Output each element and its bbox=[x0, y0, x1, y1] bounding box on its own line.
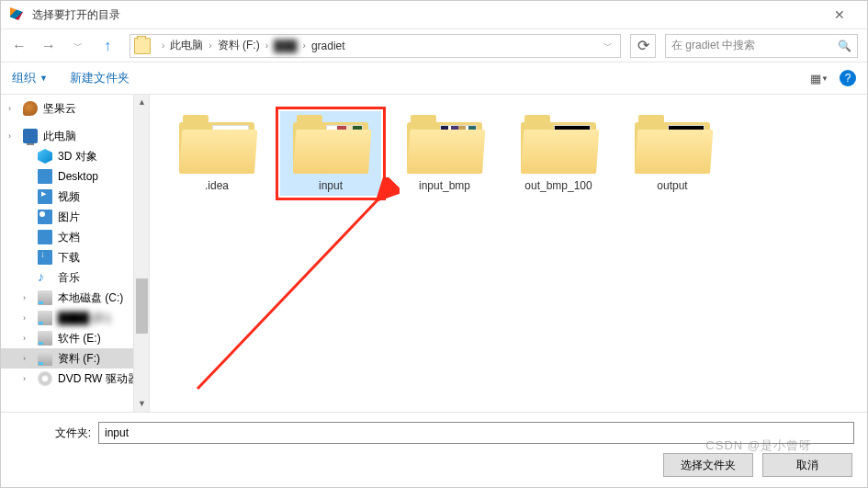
view-mode-button[interactable]: ▦ ▼ bbox=[806, 67, 832, 89]
main-area: ›坚果云›此电脑3D 对象Desktop视频图片文档下载音乐›本地磁盘 (C:)… bbox=[1, 95, 867, 412]
scroll-down-icon[interactable]: ▼ bbox=[134, 396, 150, 412]
chevron-right-icon: › bbox=[209, 40, 211, 51]
sidebar-item-12[interactable]: ›资料 (F:) bbox=[1, 348, 149, 369]
expand-icon[interactable]: › bbox=[23, 354, 32, 363]
folder-item-.idea[interactable]: .idea bbox=[166, 111, 267, 196]
sidebar-item-8[interactable]: 音乐 bbox=[1, 267, 149, 288]
scrollbar-thumb[interactable] bbox=[136, 278, 148, 334]
new-folder-button[interactable]: 新建文件夹 bbox=[70, 70, 130, 86]
crumb-2[interactable]: ███ bbox=[274, 40, 298, 52]
sidebar-item-3[interactable]: Desktop bbox=[1, 166, 149, 187]
recent-dropdown[interactable]: ﹀ bbox=[65, 35, 91, 57]
breadcrumb[interactable]: › 此电脑 › 资料 (F:) › ███ › gradiet ﹀ bbox=[130, 34, 621, 58]
annotation-arrow bbox=[179, 177, 400, 398]
folder-icon bbox=[293, 115, 368, 174]
folder-icon bbox=[134, 38, 151, 54]
select-folder-button[interactable]: 选择文件夹 bbox=[663, 453, 753, 477]
sidebar-item-label: 下载 bbox=[58, 250, 80, 266]
folder-item-input[interactable]: input bbox=[280, 111, 381, 196]
sidebar-item-label: 资料 (F:) bbox=[58, 351, 100, 367]
sidebar-item-5[interactable]: 图片 bbox=[1, 207, 149, 227]
music-icon bbox=[38, 270, 52, 285]
expand-icon[interactable]: › bbox=[8, 104, 17, 113]
nut-icon bbox=[23, 101, 38, 116]
forward-button[interactable]: → bbox=[36, 35, 62, 57]
folder-name-input[interactable] bbox=[98, 422, 854, 444]
sidebar-scrollbar[interactable]: ▲ ▼ bbox=[133, 95, 149, 412]
up-button[interactable]: ↑ bbox=[95, 35, 120, 57]
doc-icon bbox=[38, 230, 52, 244]
sidebar-item-label: 视频 bbox=[58, 189, 80, 205]
folder-label: output bbox=[657, 179, 687, 192]
expand-icon[interactable]: › bbox=[23, 334, 32, 343]
chevron-right-icon: › bbox=[265, 40, 268, 51]
folder-label: .idea bbox=[205, 179, 229, 192]
window-title: 选择要打开的目录 bbox=[32, 7, 821, 23]
folder-item-output[interactable]: output bbox=[622, 111, 723, 196]
expand-icon[interactable]: › bbox=[23, 313, 32, 323]
search-placeholder: 在 gradiet 中搜索 bbox=[671, 38, 755, 53]
back-button[interactable]: ← bbox=[6, 35, 32, 57]
sidebar-item-label: Desktop bbox=[58, 170, 98, 183]
refresh-button[interactable]: ⟳ bbox=[630, 34, 656, 58]
folder-item-input_bmp[interactable]: input_bmp bbox=[394, 111, 495, 196]
folder-icon bbox=[521, 115, 596, 174]
folder-label: out_bmp_100 bbox=[524, 179, 592, 192]
sidebar-item-label: 3D 对象 bbox=[58, 149, 97, 165]
expand-icon[interactable]: › bbox=[23, 293, 32, 302]
sidebar-item-label: 文档 bbox=[58, 230, 80, 245]
disk-icon bbox=[38, 290, 52, 305]
sidebar-item-label: ████ (D:) bbox=[58, 312, 110, 324]
sidebar-item-label: 软件 (E:) bbox=[58, 331, 101, 346]
sidebar-item-2[interactable]: 3D 对象 bbox=[1, 146, 149, 166]
sidebar-item-label: 本地磁盘 (C:) bbox=[58, 290, 123, 306]
sidebar-item-6[interactable]: 文档 bbox=[1, 227, 149, 247]
sidebar-item-11[interactable]: ›软件 (E:) bbox=[1, 328, 149, 348]
scroll-up-icon[interactable]: ▲ bbox=[134, 95, 150, 110]
folder-item-out_bmp_100[interactable]: out_bmp_100 bbox=[508, 111, 609, 196]
search-input[interactable]: 在 gradiet 中搜索 🔍 bbox=[665, 34, 858, 58]
expand-icon[interactable]: › bbox=[23, 374, 32, 383]
search-icon: 🔍 bbox=[838, 40, 851, 52]
folder-icon bbox=[635, 115, 710, 174]
cube-icon bbox=[38, 149, 52, 164]
disk-icon bbox=[38, 311, 52, 325]
sidebar-item-10[interactable]: ›████ (D:) bbox=[1, 308, 149, 328]
sidebar-item-label: 音乐 bbox=[58, 270, 80, 286]
sidebar: ›坚果云›此电脑3D 对象Desktop视频图片文档下载音乐›本地磁盘 (C:)… bbox=[1, 95, 150, 412]
sidebar-item-1[interactable]: ›此电脑 bbox=[1, 126, 149, 146]
down-icon bbox=[38, 250, 52, 265]
disk-icon bbox=[38, 331, 52, 346]
expand-icon[interactable]: › bbox=[8, 131, 17, 141]
folder-content: .ideainputinput_bmpout_bmp_100output bbox=[150, 95, 867, 412]
nav-bar: ← → ﹀ ↑ › 此电脑 › 资料 (F:) › ███ › gradiet … bbox=[1, 28, 867, 62]
bottom-panel: 文件夹: 选择文件夹 取消 bbox=[1, 412, 867, 486]
pic-icon bbox=[38, 210, 52, 224]
svg-line-0 bbox=[197, 187, 390, 389]
pc-icon bbox=[23, 129, 38, 143]
sidebar-item-13[interactable]: ›DVD RW 驱动器 bbox=[1, 369, 149, 389]
sidebar-item-4[interactable]: 视频 bbox=[1, 187, 149, 207]
dvd-icon bbox=[38, 371, 52, 386]
titlebar: 选择要打开的目录 ✕ bbox=[1, 1, 867, 28]
cancel-button[interactable]: 取消 bbox=[762, 453, 852, 477]
crumb-1[interactable]: 资料 (F:) bbox=[218, 38, 260, 53]
folder-label: input bbox=[319, 179, 343, 192]
chevron-down-icon[interactable]: ﹀ bbox=[603, 40, 613, 52]
sidebar-item-7[interactable]: 下载 bbox=[1, 247, 149, 267]
sidebar-item-9[interactable]: ›本地磁盘 (C:) bbox=[1, 288, 149, 308]
sidebar-item-label: 此电脑 bbox=[43, 129, 76, 144]
organize-button[interactable]: 组织▼ bbox=[12, 70, 48, 86]
toolbar: 组织▼ 新建文件夹 ▦ ▼ ? bbox=[1, 62, 867, 95]
matlab-icon bbox=[10, 7, 25, 22]
crumb-3[interactable]: gradiet bbox=[311, 40, 345, 52]
caret-down-icon: ▼ bbox=[39, 74, 48, 83]
crumb-0[interactable]: 此电脑 bbox=[170, 38, 203, 53]
folder-field-label: 文件夹: bbox=[14, 426, 98, 441]
close-icon[interactable]: ✕ bbox=[821, 7, 858, 22]
sidebar-item-label: 图片 bbox=[58, 210, 80, 225]
help-icon[interactable]: ? bbox=[840, 70, 856, 86]
chevron-right-icon: › bbox=[303, 40, 306, 51]
sidebar-item-0[interactable]: ›坚果云 bbox=[1, 98, 149, 119]
disk-icon bbox=[38, 351, 52, 366]
